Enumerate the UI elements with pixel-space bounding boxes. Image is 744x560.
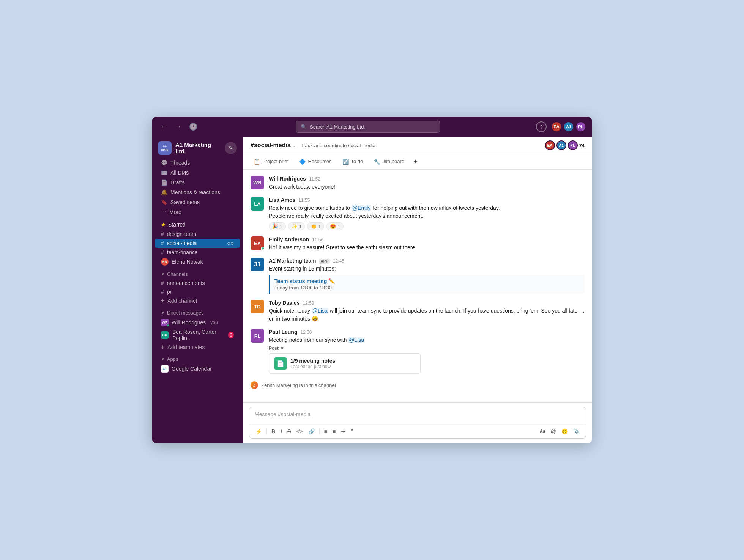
sender-name: A1 Marketing team [269, 258, 316, 264]
hash-icon: # [161, 249, 164, 255]
tab-resources-label: Resources [308, 159, 331, 164]
message-header: Lisa Amos 11:55 [269, 197, 585, 203]
indent-button[interactable]: ⇥ [339, 427, 348, 436]
system-message-text: Zenith Marketing is in this channel [261, 382, 336, 388]
compose-area: Message #social-media ⚡ B I S </> 🔗 ≡ ≡ … [243, 402, 592, 443]
back-button[interactable]: ← [158, 121, 169, 132]
sidebar-channel-social-media[interactable]: # social-media «» [155, 239, 240, 248]
collapse-arrow-channels: ▼ [161, 272, 165, 276]
reaction-emoji: 🎉 [272, 223, 278, 229]
add-teammates-icon: + [161, 344, 164, 351]
forward-button[interactable]: → [172, 121, 184, 132]
sidebar-dm-bea-carter[interactable]: BR Bea Rosen, Carter Poplin... 3 [155, 328, 240, 342]
message-row: PL Paul Leung 12:58 Meeting notes from o… [251, 329, 585, 374]
message-text: Really need to give some kudos to @Emily… [269, 204, 585, 212]
sidebar-item-drafts[interactable]: 📄 Drafts [155, 178, 240, 187]
mentions-label: Mentions & reactions [170, 189, 220, 195]
help-button[interactable]: ? [536, 121, 547, 132]
italic-button[interactable]: I [278, 427, 284, 436]
compose-box: Message #social-media ⚡ B I S </> 🔗 ≡ ≡ … [249, 407, 586, 439]
message-row: 31 A1 Marketing team APP 12:45 Event sta… [251, 258, 585, 294]
sidebar-channel-announcements[interactable]: # announcements [155, 279, 240, 287]
sidebar-item-mentions[interactable]: 🔔 Mentions & reactions [155, 188, 240, 197]
sidebar-dm-will[interactable]: WR Will Rodrigues you [155, 318, 240, 327]
edit-button[interactable]: ✎ [225, 142, 237, 154]
search-placeholder: Search A1 Marketing Ltd. [310, 124, 365, 130]
sidebar-item-more[interactable]: ⋯ More [155, 208, 240, 217]
tab-resources[interactable]: 🔷 Resources [295, 154, 336, 169]
system-message: Z Zenith Marketing is in this channel [251, 380, 585, 393]
reaction-heart-eyes[interactable]: 😍 1 [326, 222, 344, 230]
tab-project-brief[interactable]: 📋 Project brief [249, 154, 293, 169]
tab-to-do[interactable]: ☑️ To do [338, 154, 368, 169]
message-time: 12:58 [300, 330, 312, 335]
search-bar[interactable]: 🔍 Search A1 Marketing Ltd. [296, 121, 440, 133]
message-header: Will Rodrigues 11:52 [269, 176, 585, 182]
sidebar-app-google-calendar[interactable]: 31 Google Calendar [155, 364, 240, 374]
ol-button[interactable]: ≡ [322, 427, 329, 436]
workspace-icon[interactable]: A1Mktg [158, 141, 172, 155]
starred-section: ★ Starred # design-team # social-media «… [152, 219, 243, 267]
event-link[interactable]: Team status meeting ✏️ [274, 278, 580, 284]
add-teammates-button[interactable]: + Add teammates [155, 343, 240, 352]
emoji-button[interactable]: 🙂 [559, 427, 570, 436]
message-time: 12:58 [303, 300, 314, 306]
message-body: Toby Davies 12:58 Quick note: today @Lis… [269, 300, 585, 323]
toolbar-separator [319, 428, 320, 434]
code-button[interactable]: </> [294, 427, 305, 436]
sidebar-channel-pr[interactable]: # pr [155, 288, 240, 296]
post-card[interactable]: 📄 1/9 meeting notes Last edited just now [269, 353, 421, 374]
tabs-bar: 📋 Project brief 🔷 Resources ☑️ To do 🔧 J… [243, 154, 592, 170]
member-avatars[interactable]: EA A1 PL 74 [545, 140, 585, 150]
channel-header: #social-media ⌄ Track and coordinate soc… [243, 137, 592, 154]
project-brief-icon: 📋 [254, 159, 260, 165]
bold-button[interactable]: B [269, 427, 277, 436]
sidebar-dm-elena[interactable]: EN Elena Nowak [155, 257, 240, 267]
dms-collapse[interactable]: ▼ Direct messages [155, 308, 240, 317]
sidebar-item-threads[interactable]: 💬 Threads [155, 158, 240, 167]
channel-dropdown-icon[interactable]: ⌄ [292, 143, 296, 148]
main-content: #social-media ⌄ Track and coordinate soc… [243, 137, 592, 443]
sidebar-item-saved[interactable]: 🔖 Saved items [155, 198, 240, 207]
channels-section: ▼ Channels # announcements # pr + Add ch… [152, 269, 243, 306]
apps-collapse[interactable]: ▼ Apps [155, 355, 240, 363]
tab-jira-board[interactable]: 🔧 Jira board [369, 154, 409, 169]
strikethrough-button[interactable]: S [285, 427, 293, 436]
elena-name: Elena Nowak [172, 259, 203, 265]
sidebar-item-all-dms[interactable]: ✉️ All DMs [155, 168, 240, 177]
text-format-button[interactable]: Aa [537, 427, 547, 436]
tab-add-button[interactable]: + [410, 156, 421, 167]
starred-text: Starred [168, 222, 186, 228]
member-count: 74 [579, 143, 585, 148]
drafts-icon: 📄 [161, 179, 167, 186]
blockquote-button[interactable]: ❞ [348, 427, 356, 436]
message-time: 11:56 [312, 237, 323, 242]
user-avatar-2: A1 [563, 121, 574, 132]
reaction-emoji: 👏 [311, 223, 317, 229]
reaction-party[interactable]: 🎉 1 [269, 222, 286, 230]
post-label: Post ▼ [269, 346, 585, 351]
toolbar-right: Aa @ 🙂 📎 [537, 427, 582, 436]
workspace-name: A1 Marketing Ltd. [175, 142, 221, 154]
message-text: Quick note: today @Lisa will join our te… [269, 307, 585, 323]
collapse-arrow-dms: ▼ [161, 311, 165, 315]
ul-button[interactable]: ≡ [330, 427, 338, 436]
reaction-sparkles[interactable]: ✨ 1 [288, 222, 305, 230]
message-body: A1 Marketing team APP 12:45 Event starti… [269, 258, 585, 294]
reaction-clap[interactable]: 👏 1 [307, 222, 324, 230]
add-channel-button[interactable]: + Add channel [155, 296, 240, 305]
message-input[interactable]: Message #social-media [249, 407, 586, 424]
compose-toolbar: ⚡ B I S </> 🔗 ≡ ≡ ⇥ ❞ Aa [249, 424, 586, 438]
channel-name-text: #social-media [251, 142, 291, 149]
message-time: 11:55 [298, 198, 310, 203]
lightning-button[interactable]: ⚡ [253, 427, 264, 436]
history-button[interactable]: 🕐 [187, 121, 200, 132]
bea-carter-name: Bea Rosen, Carter Poplin... [172, 329, 224, 341]
link-button[interactable]: 🔗 [306, 427, 317, 436]
mention-button[interactable]: @ [549, 427, 558, 436]
attach-button[interactable]: 📎 [571, 427, 582, 436]
sender-avatar: LA [251, 197, 264, 211]
sidebar-channel-team-finance[interactable]: # team-finance [155, 248, 240, 256]
sidebar-channel-design-team[interactable]: # design-team [155, 230, 240, 238]
channels-collapse[interactable]: ▼ Channels [155, 270, 240, 278]
